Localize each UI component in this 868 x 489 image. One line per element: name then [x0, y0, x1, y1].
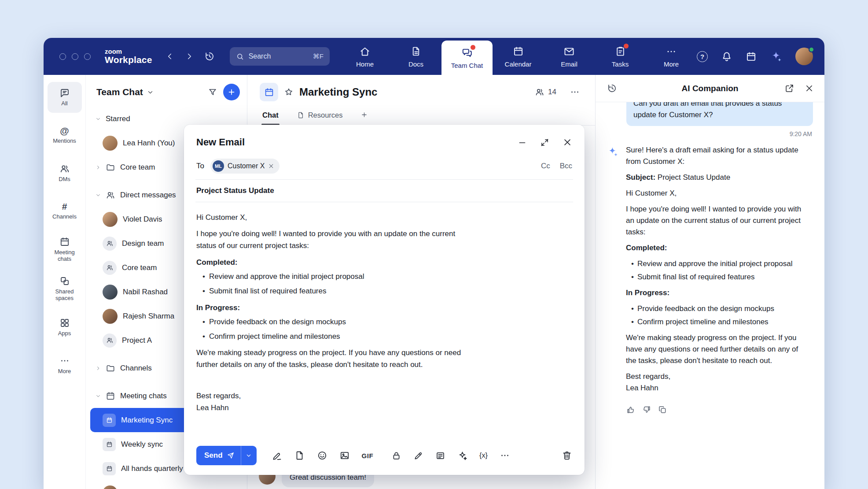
- rail-item-mentions[interactable]: @ Mentions: [48, 120, 82, 151]
- delete-draft-icon[interactable]: [562, 450, 572, 461]
- close-icon[interactable]: [563, 137, 572, 147]
- window-zoom-button[interactable]: [84, 53, 91, 60]
- notifications-icon[interactable]: [721, 51, 732, 62]
- nav-docs[interactable]: Docs: [390, 38, 441, 75]
- new-chat-button[interactable]: [223, 84, 240, 100]
- folder-icon: [106, 163, 115, 172]
- recipient-avatar: ML: [213, 160, 224, 172]
- list-item: Review and approve the initial project p…: [202, 270, 485, 282]
- shared-spaces-icon: [59, 276, 70, 286]
- app-window: zoom Workplace Search ⌘F Home Docs: [44, 38, 824, 489]
- attach-file-icon[interactable]: [294, 450, 305, 461]
- ai-companion-icon[interactable]: [770, 50, 782, 63]
- ai-sparkle-icon[interactable]: [457, 451, 467, 461]
- more-options-icon[interactable]: [500, 450, 510, 461]
- chat-item-label: Nabil Rashad: [123, 288, 168, 296]
- nav-label: Home: [356, 60, 374, 68]
- remove-recipient-icon[interactable]: [268, 163, 274, 169]
- global-search-input[interactable]: Search ⌘F: [230, 47, 330, 66]
- cc-button[interactable]: Cc: [541, 162, 550, 170]
- email-closing: We're making steady progress on the proj…: [626, 332, 803, 367]
- signature-icon[interactable]: [272, 450, 283, 461]
- forward-button[interactable]: [185, 52, 194, 61]
- tab-resources[interactable]: Resources: [296, 107, 344, 125]
- bcc-button[interactable]: Bcc: [560, 162, 572, 170]
- encryption-lock-icon[interactable]: [391, 451, 401, 461]
- rail-item-apps[interactable]: Apps: [48, 312, 82, 343]
- nav-calendar[interactable]: Calendar: [493, 38, 544, 75]
- edit-pencil-icon[interactable]: [413, 451, 423, 461]
- recipient-chip[interactable]: ML Customer X: [210, 159, 280, 174]
- avatar: [103, 212, 118, 227]
- open-in-window-icon[interactable]: [785, 84, 794, 93]
- email-body-editor[interactable]: Hi Customer X, I hope you're doing well!…: [195, 202, 486, 446]
- history-icon[interactable]: [204, 51, 215, 62]
- gif-button[interactable]: GIF: [362, 452, 374, 459]
- completed-heading: Completed:: [196, 256, 485, 268]
- topbar-actions: ?: [697, 48, 824, 65]
- nav-more[interactable]: More: [646, 38, 697, 75]
- chat-item-label: Weekly sync: [121, 440, 163, 449]
- nav-team-chat[interactable]: Team Chat: [441, 41, 493, 75]
- chevron-down-icon[interactable]: [147, 89, 154, 96]
- schedule-icon[interactable]: [746, 51, 757, 62]
- image-icon[interactable]: [339, 450, 350, 461]
- back-button[interactable]: [166, 52, 174, 61]
- resources-icon: [297, 111, 305, 119]
- all-chats-icon: [59, 88, 70, 98]
- chevron-down-icon: [96, 393, 101, 399]
- nav-label: Team Chat: [451, 62, 483, 69]
- minimize-icon[interactable]: [518, 138, 527, 147]
- window-close-button[interactable]: [59, 53, 66, 60]
- nav-home[interactable]: Home: [339, 38, 390, 75]
- chat-item-lea-rajesh[interactable]: Lea/Rajesh 1:1: [90, 481, 243, 489]
- copy-icon[interactable]: [658, 405, 667, 414]
- nav-tasks[interactable]: Tasks: [595, 38, 646, 75]
- thumbs-down-icon[interactable]: [642, 405, 651, 414]
- rail-item-channels[interactable]: # Channels: [48, 196, 82, 226]
- nav-email[interactable]: Email: [544, 38, 595, 75]
- group-avatar: [103, 333, 117, 348]
- list-item: Submit final list of required features: [202, 285, 485, 297]
- tasks-icon: [614, 45, 626, 58]
- history-icon[interactable]: [607, 83, 617, 93]
- more-options-icon[interactable]: [570, 87, 580, 97]
- user-message-bubble: Can you draft an email that provides a s…: [626, 102, 813, 126]
- compose-toolbar: Send GIF {x}: [195, 446, 573, 475]
- variables-button[interactable]: {x}: [479, 452, 488, 459]
- star-button[interactable]: [284, 87, 294, 97]
- recipient-name: Customer X: [228, 162, 265, 170]
- emoji-icon[interactable]: [317, 450, 327, 461]
- message-timestamp: 9:20 AM: [608, 130, 812, 137]
- rail-item-all[interactable]: All: [48, 82, 82, 113]
- section-label: Starred: [106, 115, 130, 123]
- subject-input[interactable]: Project Status Update: [195, 180, 573, 202]
- thumbs-up-icon[interactable]: [626, 405, 635, 414]
- expand-icon[interactable]: [540, 138, 549, 147]
- meeting-chats-icon: [59, 237, 70, 247]
- send-options-button[interactable]: [241, 446, 257, 465]
- close-icon[interactable]: [805, 84, 814, 93]
- window-minimize-button[interactable]: [72, 53, 78, 60]
- rail-item-more[interactable]: More: [48, 350, 82, 381]
- help-icon[interactable]: ?: [697, 51, 708, 62]
- template-icon[interactable]: [435, 451, 445, 461]
- tab-chat[interactable]: Chat: [261, 107, 280, 125]
- members-count[interactable]: 14: [535, 87, 556, 97]
- search-icon: [236, 52, 244, 61]
- add-tab-button[interactable]: [360, 111, 368, 122]
- avatar: [103, 285, 118, 300]
- filter-button[interactable]: [206, 85, 219, 99]
- channels-icon: #: [62, 202, 67, 211]
- ai-response: Sure! Here's a draft email asking for a …: [607, 144, 813, 398]
- send-button[interactable]: Send: [196, 446, 241, 465]
- rail-item-dms[interactable]: DMs: [48, 158, 82, 189]
- recipient-field[interactable]: To ML Customer X Cc Bcc: [195, 155, 573, 180]
- rail-label: Meeting chats: [49, 249, 81, 263]
- user-avatar[interactable]: [795, 48, 813, 65]
- window-controls: [59, 53, 91, 60]
- rail-item-shared-spaces[interactable]: Shared spaces: [48, 273, 82, 305]
- completed-heading: Completed:: [626, 242, 803, 254]
- rail-item-meeting-chats[interactable]: Meeting chats: [48, 233, 82, 266]
- workplace-wordmark: Workplace: [105, 55, 152, 65]
